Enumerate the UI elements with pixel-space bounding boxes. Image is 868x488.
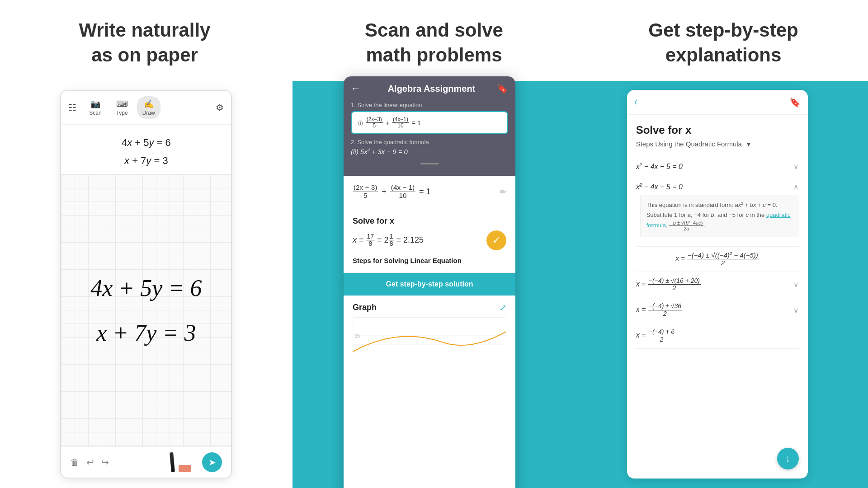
header-col3-line2: explanations [665, 44, 782, 66]
right-title: Solve for x [636, 124, 799, 136]
step-row-4[interactable]: x = −(−4) ± √(16 + 20)2 ∨ [636, 272, 799, 298]
card-formula: (2x − 3)5 + (4x − 1)10 = 1 ✏ [353, 184, 506, 200]
draw-area[interactable]: 4x + 5y = 6 x + 7y = 3 [61, 174, 231, 446]
list-icon: ☷ [68, 102, 76, 113]
header-row: Write naturally as on paper Scan and sol… [0, 0, 868, 81]
right-bookmark-icon[interactable]: 🔖 [789, 97, 801, 108]
right-back-icon[interactable]: ‹ [634, 96, 637, 108]
card-frac1: (2x − 3)5 [353, 184, 378, 200]
step1-chevron-down: ∨ [793, 162, 799, 171]
main-row: ☷ 📷 Scan ⌨ Type ✍ Draw ⚙ 4x + 5y = 6 x [0, 81, 868, 488]
right-subtitle-row: Steps Using the Quadratic Formula ▼ [636, 140, 799, 148]
graph-title: Graph [353, 303, 377, 312]
middle-content-top: 1. Solve the linear equation (i) (2x−3)5… [344, 98, 515, 159]
step-row-6[interactable]: x = −(−4) + 62 [636, 323, 799, 349]
type-label: Type [116, 110, 128, 116]
header-col-1: Write naturally as on paper [0, 18, 289, 67]
device-middle-top: ← Algebra Assignment 🔖 1. Solve the line… [344, 76, 515, 176]
pencil-icon [170, 452, 175, 473]
graph-svg: 15 [353, 318, 506, 353]
plus-sign: + [386, 119, 389, 127]
problem2-text: (ii) 5x2 + 3x − 9 = 0 [351, 147, 508, 155]
step2-chevron-up: ∧ [793, 183, 799, 191]
problem1-frac2: (4x−1)10 [392, 117, 409, 129]
equals-1: = 1 [412, 119, 421, 127]
type-button[interactable]: ⌨ Type [111, 96, 133, 119]
header-col-3: Get step-by-step explanations [579, 18, 868, 67]
trash-icon[interactable]: 🗑 [70, 457, 79, 468]
scroll-down-button[interactable]: ↓ [777, 448, 799, 469]
step5-math: x = −(−4) ± √362 [636, 303, 682, 317]
header-col3-line1: Get step-by-step [648, 19, 798, 41]
header-col1-line2: as on paper [91, 44, 198, 66]
card-frac2: (4x − 1)10 [390, 184, 415, 200]
formula-card: (2x − 3)5 + (4x − 1)10 = 1 ✏ [344, 176, 515, 208]
right-content: Solve for x Steps Using the Quadratic Fo… [627, 115, 808, 479]
problem1-number: (i) [358, 120, 363, 126]
draw-button[interactable]: ✍ Draw [137, 96, 160, 119]
solve-result: x = 178 = 218 = 2.125 [353, 233, 424, 248]
send-button[interactable]: ➤ [202, 452, 222, 472]
graph-card-header: Graph ⤢ [353, 303, 506, 313]
gear-icon[interactable]: ⚙ [216, 102, 224, 113]
scan-button[interactable]: 📷 Scan [84, 96, 107, 119]
check-badge: ✓ [486, 230, 506, 250]
formula-area: 4x + 5y = 6 x + 7y = 3 [61, 125, 231, 174]
solve-card: Solve for x x = 178 = 218 = 2.125 ✓ Step… [344, 208, 515, 273]
formula-line2: x + 7y = 3 [75, 152, 217, 170]
draw-label: Draw [142, 110, 155, 116]
device-middle: ← Algebra Assignment 🔖 1. Solve the line… [344, 76, 515, 488]
redo-icon[interactable]: ↪ [101, 457, 109, 468]
header-col-2: Scan and solve math problems [289, 18, 579, 67]
problem1-formula-row: (i) (2x−3)5 + (4x−1)10 = 1 [358, 117, 501, 129]
step2-header[interactable]: x2 − 4x − 5 = 0 ∧ [636, 183, 799, 191]
step1-math: x2 − 4x − 5 = 0 [636, 162, 683, 171]
graph-area[interactable]: 15 [353, 317, 506, 353]
handwritten-line2: x + 7y = 3 [96, 319, 196, 346]
svg-text:15: 15 [355, 333, 360, 338]
expand-icon[interactable]: ⤢ [500, 303, 506, 313]
back-icon[interactable]: ← [351, 83, 361, 94]
step-by-step-button[interactable]: Get step-by-step solution [344, 273, 515, 296]
steps-label: Steps for Solving Linear Equation [353, 257, 506, 264]
header-col1-line1: Write naturally [79, 19, 211, 41]
bookmark-icon[interactable]: 🔖 [497, 83, 508, 94]
step-row-2: x2 − 4x − 5 = 0 ∧ This equation is in st… [636, 177, 799, 247]
solve-title: Solve for x [353, 216, 506, 226]
device-right: ‹ 🔖 Solve for x Steps Using the Quadrati… [627, 90, 808, 479]
middle-app-bar: ← Algebra Assignment 🔖 [344, 76, 515, 98]
panel-middle: ← Algebra Assignment 🔖 1. Solve the line… [292, 81, 567, 488]
card-equals: = 1 [419, 187, 431, 197]
step2-math: x2 − 4x − 5 = 0 [636, 183, 683, 191]
handwritten-line1: 4x + 5y = 6 [90, 275, 202, 301]
problem2-label: 2. Solve the quadratic formula [351, 139, 508, 145]
dropdown-icon[interactable]: ▼ [745, 141, 752, 148]
step-row-3[interactable]: x = −(−4) ± √((−4)2 − 4(−5))2 [636, 247, 799, 272]
panel-right: ‹ 🔖 Solve for x Steps Using the Quadrati… [566, 81, 868, 488]
right-app-bar: ‹ 🔖 [627, 90, 808, 115]
problem1-frac1: (2x−3)5 [366, 117, 383, 129]
drag-handle[interactable] [420, 163, 439, 164]
handwritten-math: 4x + 5y = 6 x + 7y = 3 [90, 275, 202, 346]
problem1-label: 1. Solve the linear equation [351, 102, 508, 108]
scan-icon: 📷 [90, 99, 100, 109]
header-col2-line2: math problems [366, 44, 502, 66]
solve-result-row: x = 178 = 218 = 2.125 ✓ [353, 230, 506, 250]
edit-icon[interactable]: ✏ [500, 187, 506, 197]
undo-icon[interactable]: ↩ [86, 457, 94, 468]
middle-title: Algebra Assignment [366, 84, 497, 94]
right-subtitle: Steps Using the Quadratic Formula [636, 140, 742, 148]
card-plus: + [382, 187, 387, 197]
quadratic-formula-link[interactable]: quadratic formula [646, 211, 791, 229]
scan-label: Scan [89, 110, 101, 116]
draw-icon: ✍ [144, 99, 154, 109]
device-middle-bottom: (2x − 3)5 + (4x − 1)10 = 1 ✏ Solve for x [344, 176, 515, 488]
step-row-5[interactable]: x = −(−4) ± √362 ∨ [636, 297, 799, 323]
step2-explanation: This equation is in standard form: ax2 +… [640, 195, 799, 237]
step-row-1[interactable]: x2 − 4x − 5 = 0 ∨ [636, 157, 799, 177]
panel-left: ☷ 📷 Scan ⌨ Type ✍ Draw ⚙ 4x + 5y = 6 x [0, 81, 292, 488]
device-toolbar: ☷ 📷 Scan ⌨ Type ✍ Draw ⚙ [61, 91, 231, 125]
device-left: ☷ 📷 Scan ⌨ Type ✍ Draw ⚙ 4x + 5y = 6 x [60, 90, 232, 479]
step3-formula: x = −(−4) ± √((−4)2 − 4(−5))2 [636, 251, 799, 267]
graph-card: Graph ⤢ 15 [344, 296, 515, 361]
